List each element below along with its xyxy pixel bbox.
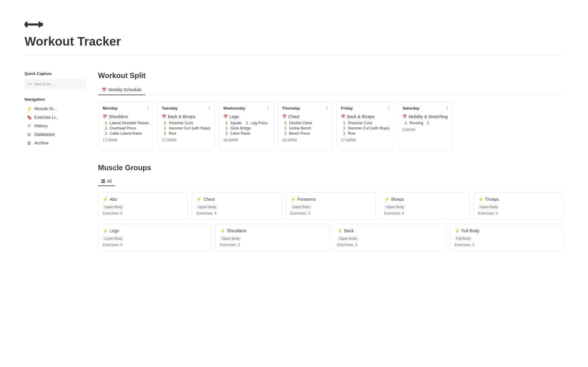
muscle-card-chest[interactable]: ⚡ Chest Upper Body Exercises: 4 — [192, 192, 282, 220]
day-count-friday: 1 — [387, 106, 390, 110]
day-name-tuesday: Tuesday — [162, 106, 178, 110]
exercise-item: 🏃 Hammer Curl (with Rope) — [162, 126, 210, 130]
muscle-card-back[interactable]: ⚡ Back Upper Body Exercises: 3 — [333, 224, 446, 252]
muscle-groups-tabs-bar: All — [98, 177, 564, 186]
sidebar-item-exercise-library-label: Exercise Li... — [34, 115, 59, 120]
exercise-label: Row — [169, 131, 176, 136]
figure-icon: 🏃 — [283, 132, 288, 136]
svg-rect-11 — [101, 181, 105, 182]
exercise-item: 🏃 Squats 🏃 Leg Press — [223, 121, 269, 125]
svg-rect-12 — [101, 182, 105, 183]
muscle-card-legs[interactable]: ⚡ Legs Lower Body Exercises: 6 — [98, 224, 212, 252]
muscle-category-triceps: Upper Body — [478, 204, 499, 209]
exercise-label: Bench Press — [289, 131, 310, 136]
day-card-monday[interactable]: Monday 1 📅 Shoulders 🏃 Later — [98, 101, 153, 150]
workout-shoulders-name: 📅 Shoulders — [103, 114, 149, 119]
bolt-icon-full-body: ⚡ — [454, 228, 460, 233]
bolt-icon-chest: ⚡ — [196, 197, 202, 202]
sidebar-item-exercise-library[interactable]: 🔖 Exercise Li... — [24, 113, 86, 121]
figure-icon: 🏃 — [224, 132, 229, 136]
exercise-label: Glute Bridge — [230, 126, 251, 130]
workout-name-label: Shoulders — [109, 114, 128, 119]
exercise-label: Squats — [230, 121, 242, 125]
exercise-item: 🏃 Preacher Curls — [162, 121, 210, 125]
muscle-card-shoulders[interactable]: ⚡ Shoulders Upper Body Exercises: 3 — [215, 224, 329, 252]
sidebar-item-history-label: History — [34, 123, 48, 128]
bolt-icon-biceps: ⚡ — [384, 197, 389, 202]
figure-icon: 🏃 — [163, 132, 167, 136]
muscle-card-full-body[interactable]: ⚡ Full Body Full Body Exercises: 2 — [450, 224, 564, 252]
day-name-friday: Friday — [341, 106, 353, 110]
day-card-tuesday[interactable]: Tuesday 1 📅 Back & Biceps 🏃 — [157, 101, 215, 150]
quick-capture-placeholder: New Exer... — [34, 82, 54, 86]
muscle-exercises-forearms: Exercises: 2 — [290, 211, 371, 215]
day-name-thursday: Thursday — [282, 106, 300, 110]
workout-legs: 📅 Legs 🏃 Squats 🏃 Leg Press — [223, 114, 269, 142]
figure-icon2: 🏃 — [426, 121, 430, 125]
tab-all-muscle-groups[interactable]: All — [98, 177, 115, 186]
sidebar-item-databases[interactable]: ⊞ Databases — [24, 130, 86, 138]
calendar-icon-fri: 📅 — [341, 114, 345, 119]
sidebar-item-archive[interactable]: 🗑 Archive — [24, 139, 86, 147]
quick-capture-input[interactable]: New Exer... — [24, 80, 86, 88]
muscle-card-abs[interactable]: ⚡ Abs Upper Body Exercises: 6 — [98, 192, 188, 220]
exercise-list-wednesday: 🏃 Squats 🏃 Leg Press 🏃 Glute Bridge — [223, 121, 269, 136]
day-card-friday[interactable]: Friday 1 📅 Back & Biceps 🏃 P — [336, 101, 394, 150]
exercise-item: 🏃 Preacher Curls — [341, 121, 390, 125]
figure-icon: 🏃 — [245, 121, 249, 125]
calendar-icon-tue: 📅 — [162, 114, 166, 119]
muscle-card-triceps[interactable]: ⚡ Triceps Upper Body Exercises: 3 — [473, 192, 564, 220]
svg-rect-6 — [28, 83, 28, 84]
figure-icon: 🏃 — [283, 126, 288, 130]
exercise-label: Calve Raise — [230, 131, 250, 136]
calendar-icon: 📅 — [102, 88, 107, 92]
figure-icon: 🏃 — [404, 121, 408, 125]
exercise-label: Hammer Curl (with Rope) — [348, 126, 390, 130]
exercise-label: Hammer Curl (with Rope) — [169, 126, 210, 130]
workout-time-monday: 17:30PM — [103, 138, 149, 142]
exercise-list-monday: 🏃 Lateral Shoulder Raises 🏃 Overhead Pre… — [103, 121, 149, 136]
trash-icon: 🗑 — [26, 140, 32, 145]
tab-all-label: All — [107, 179, 112, 184]
bolt-icon-abs: ⚡ — [103, 197, 108, 202]
muscle-category-back: Upper Body — [337, 236, 359, 241]
muscle-card-biceps[interactable]: ⚡ Biceps Upper Body Exercises: 4 — [379, 192, 469, 220]
workout-name-label: Legs — [229, 114, 239, 119]
workout-back-biceps-fri-name: 📅 Back & Biceps — [341, 114, 390, 119]
day-header-friday: Friday 1 — [341, 106, 390, 110]
day-card-thursday[interactable]: Thursday 1 📅 Chest 🏃 Decline — [277, 101, 333, 150]
calendar-icon-thu: 📅 — [282, 114, 287, 119]
svg-rect-9 — [31, 84, 32, 84]
exercise-item: 🏃 Glute Bridge — [223, 126, 269, 130]
exercise-label: Preacher Curls — [169, 121, 193, 125]
day-card-saturday[interactable]: Saturday 1 📅 Mobility & Stretching 🏃 — [398, 101, 453, 150]
bolt-icon: ⚡ — [26, 106, 32, 111]
bookmark-icon: 🔖 — [26, 115, 32, 120]
muscle-card-forearms[interactable]: ⚡ Forearms Upper Body Exercises: 2 — [286, 192, 376, 220]
muscle-exercises-biceps: Exercises: 4 — [384, 211, 465, 215]
muscle-category-biceps: Upper Body — [384, 204, 405, 209]
muscle-exercises-chest: Exercises: 4 — [196, 211, 277, 215]
exercise-item: 🏃 Running 🏃 — [402, 121, 448, 125]
exercise-label: Incline Bench — [289, 126, 311, 130]
exercise-label: Lateral Shoulder Raises — [110, 121, 149, 125]
workout-chest: 📅 Chest 🏃 Decline Chest 🏃 In — [282, 114, 328, 142]
muscle-groups-section: Muscle Groups All — [98, 163, 564, 252]
input-dumbbell-icon — [28, 82, 32, 86]
weekly-schedule-grid: Monday 1 📅 Shoulders 🏃 Later — [98, 101, 564, 151]
muscle-card-chest-name: ⚡ Chest — [196, 197, 277, 202]
muscle-category-chest: Upper Body — [196, 204, 218, 209]
day-card-wednesday[interactable]: Wednesday 1 📅 Legs 🏃 Squats — [219, 101, 274, 150]
tab-weekly-schedule[interactable]: 📅 Weekly Schedule — [98, 85, 145, 95]
workout-split-tabs: 📅 Weekly Schedule — [98, 85, 564, 95]
sidebar-item-muscle-groups[interactable]: ⚡ Muscle Gr... — [24, 105, 86, 113]
main-layout: Quick Capture New Exer... Navigation ⚡ M… — [24, 71, 564, 252]
muscle-exercises-full-body: Exercises: 2 — [454, 243, 559, 247]
sidebar-item-history[interactable]: ↺ History — [24, 122, 86, 130]
workout-name-label: Mobility & Stretching — [409, 114, 448, 119]
bolt-icon-triceps: ⚡ — [478, 197, 483, 202]
day-count-saturday: 1 — [446, 106, 448, 110]
exercise-item: 🏃 Cable Lateral Raise — [103, 131, 149, 136]
muscle-card-full-body-name: ⚡ Full Body — [454, 228, 559, 233]
calendar-icon-mon: 📅 — [103, 114, 107, 119]
